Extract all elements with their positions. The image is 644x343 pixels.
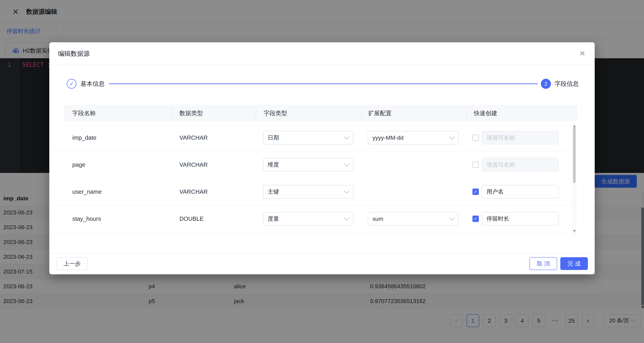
quick-create-checkbox[interactable] <box>472 162 479 168</box>
header-separator <box>256 108 256 118</box>
modal-close-icon[interactable]: ✕ <box>579 42 586 65</box>
chevron-down-icon <box>344 134 349 140</box>
select-value: sum <box>372 216 383 222</box>
chevron-down-icon <box>449 215 455 221</box>
field-row: stay_hoursDOUBLE度量sum✓ <box>49 205 576 232</box>
stepper-connector <box>109 84 538 84</box>
quick-create-checkbox[interactable]: ✓ <box>472 189 479 195</box>
step2-number-badge: 2 <box>541 79 551 89</box>
field-type-select[interactable]: 度量 <box>263 212 353 225</box>
header-separator <box>172 108 172 118</box>
field-data-type: VARCHAR <box>180 151 208 178</box>
field-name: stay_hours <box>72 205 101 232</box>
select-value: 维度 <box>268 161 279 169</box>
modal-header: 编辑数据源 ✕ <box>49 42 595 65</box>
chevron-down-icon <box>344 161 349 167</box>
field-row: imp_dateVARCHAR日期yyyy-MM-dd <box>49 124 576 151</box>
field-name: imp_date <box>72 124 96 151</box>
field-col-quickcreate: 快速创建 <box>474 105 497 121</box>
previous-step-button[interactable]: 上一步 <box>56 257 88 270</box>
header-separator <box>362 108 362 118</box>
field-type-select[interactable]: 维度 <box>263 158 353 171</box>
screen: ✕ 数据源编辑 停留时长统计 H2数据实例 1 SELECT imp 生成数据源… <box>0 0 644 343</box>
chevron-down-icon <box>344 188 349 194</box>
ext-config-select[interactable]: yyyy-MM-dd <box>368 131 459 144</box>
select-value: 度量 <box>268 215 279 223</box>
field-name: user_name <box>72 178 102 205</box>
chevron-down-icon <box>449 134 455 140</box>
field-row: user_nameVARCHAR主键✓ <box>49 178 576 205</box>
field-type-select[interactable]: 主键 <box>263 185 353 198</box>
select-value: yyyy-MM-dd <box>372 135 404 141</box>
select-value: 主键 <box>268 188 279 196</box>
field-data-type: VARCHAR <box>180 178 208 205</box>
cancel-button[interactable]: 取 消 <box>530 257 557 270</box>
ext-config-select[interactable]: sum <box>368 212 459 225</box>
field-table-header: 字段名称 数据类型 字段类型 扩展配置 快速创建 <box>64 105 578 121</box>
finish-button[interactable]: 完 成 <box>560 257 588 270</box>
field-col-fieldtype: 字段类型 <box>264 105 287 121</box>
quick-create-name-input[interactable] <box>482 185 559 198</box>
quick-create-name-input[interactable] <box>482 212 559 225</box>
field-row: pageVARCHAR维度 <box>49 151 576 178</box>
edit-datasource-modal: 编辑数据源 ✕ ✓ 基本信息 2 字段信息 字段名称 数据类型 字段类型 扩展配… <box>49 42 595 274</box>
field-data-type: VARCHAR <box>180 124 208 151</box>
step1-done-icon: ✓ <box>67 79 76 89</box>
footer-divider <box>49 253 595 253</box>
field-type-select[interactable]: 日期 <box>263 131 353 144</box>
quick-create-checkbox[interactable] <box>472 135 479 141</box>
scroll-up-icon[interactable] <box>573 125 576 127</box>
quick-create-name-input[interactable] <box>482 131 559 144</box>
quick-create-name-input[interactable] <box>482 158 559 171</box>
quick-create-checkbox[interactable]: ✓ <box>472 216 479 222</box>
header-separator <box>466 108 467 118</box>
scroll-down-icon[interactable] <box>573 230 576 232</box>
field-name: page <box>72 151 85 178</box>
field-table-body: imp_dateVARCHAR日期yyyy-MM-ddpageVARCHAR维度… <box>49 124 576 232</box>
field-col-datatype: 数据类型 <box>180 105 203 121</box>
chevron-down-icon <box>344 215 349 221</box>
field-col-name: 字段名称 <box>72 105 96 121</box>
field-col-extconfig: 扩展配置 <box>368 105 392 121</box>
field-data-type: DOUBLE <box>180 205 204 232</box>
select-value: 日期 <box>268 134 279 142</box>
field-table-scrollbar-thumb[interactable] <box>573 127 576 183</box>
